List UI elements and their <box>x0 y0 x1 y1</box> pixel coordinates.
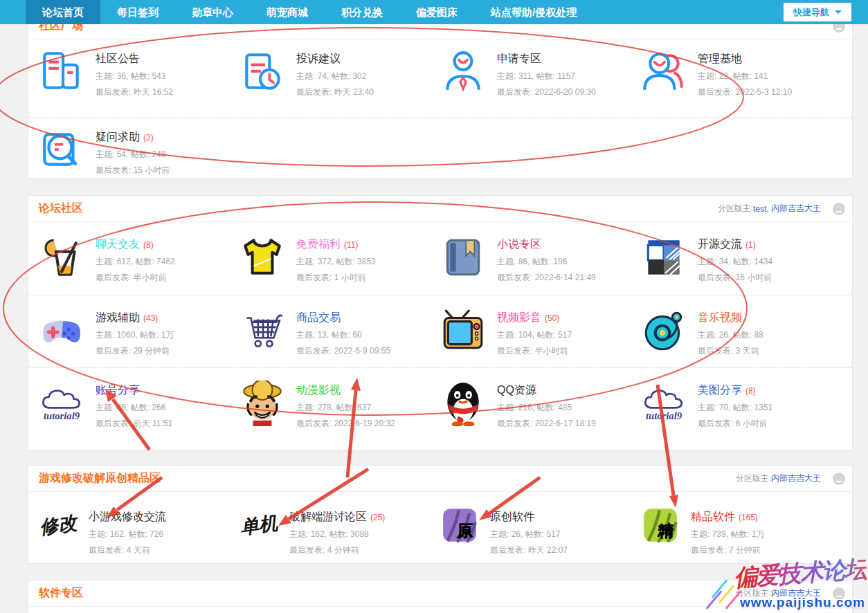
top-navbar: 论坛首页每日签到勋章中心萌宠商城积分兑换偏爱图床站点帮助/侵权处理 <box>0 0 868 24</box>
last-post-label: 最后发表 <box>96 273 129 282</box>
forum-info: 游戏辅助(43)主题: 1060, 帖数: 1万最后发表: 29 分钟前 <box>96 308 174 357</box>
qq-penguin-icon[interactable] <box>440 381 486 426</box>
topics-count: 311 <box>518 71 532 81</box>
gamepad-icon[interactable] <box>39 308 84 354</box>
posts-label: 帖数 <box>336 403 352 412</box>
search-doc-icon[interactable] <box>39 127 84 173</box>
forum-link[interactable]: 美图分享 <box>698 384 742 396</box>
forum-link[interactable]: 破解端游讨论区 <box>289 511 367 522</box>
posts-count: 3853 <box>357 257 376 266</box>
forum-info: 小游戏修改交流主题: 162, 帖数: 726最后发表: 4 天前 <box>89 507 166 556</box>
moderator-link[interactable]: 内部吉吉大王 <box>771 203 821 214</box>
forum-link[interactable]: 疑问求助 <box>96 131 140 143</box>
forum-link[interactable]: 申请专区 <box>497 53 541 64</box>
nav-item-4[interactable]: 积分兑换 <box>325 0 399 24</box>
forum-stats: 主题: 216, 帖数: 485 <box>497 402 596 414</box>
luffy-icon[interactable] <box>239 381 285 426</box>
badge-jing-icon[interactable]: 精 <box>641 507 680 543</box>
topics-label: 主题 <box>698 257 714 266</box>
forum-link[interactable]: 聊天交友 <box>96 238 140 250</box>
nav-item-6[interactable]: 站点帮助/侵权处理 <box>474 0 593 24</box>
forum-link[interactable]: 视频影音 <box>497 311 541 323</box>
last-post-label: 最后发表 <box>497 346 530 356</box>
posts-label: 帖数 <box>131 71 147 81</box>
nav-item-3[interactable]: 萌宠商城 <box>250 0 325 24</box>
posts-count: 517 <box>558 330 572 340</box>
topics-label: 主题 <box>296 71 313 81</box>
forum-cell: 商品交易主题: 13, 帖数: 60最后发表: 2022-6-9 09:55 <box>239 308 440 363</box>
forum-last-post: 最后发表: 半小时前 <box>96 272 175 284</box>
last-post-time: 2022-6-14 21:49 <box>535 273 596 282</box>
topics-count: 739 <box>712 529 726 539</box>
forum-link[interactable]: QQ资源 <box>497 384 536 396</box>
forum-cell: 社区公告主题: 36, 帖数: 543最后发表: 昨天 16:52 <box>39 49 239 113</box>
posts-label: 帖数 <box>131 149 147 159</box>
forum-link[interactable]: 账号分享 <box>96 384 140 396</box>
forum-new-count: (25) <box>370 513 385 522</box>
forum-cell: 疑问求助(2)主题: 54, 帖数: 248最后发表: 15 小时前 <box>39 127 239 190</box>
forum-info: 开源交流(1)主题: 34, 帖数: 1434最后发表: 16 小时前 <box>698 235 772 284</box>
posts-count: 726 <box>150 529 163 539</box>
topics-label: 主题 <box>296 330 313 340</box>
topics-label: 主题 <box>497 330 514 340</box>
moderator-link[interactable]: test <box>753 204 766 214</box>
topics-label: 主题 <box>490 529 507 539</box>
cart-icon[interactable] <box>239 308 285 354</box>
forum-info: 商品交易主题: 13, 帖数: 60最后发表: 2022-6-9 09:55 <box>296 308 390 357</box>
posts-count: 88 <box>754 330 763 340</box>
forum-stats: 主题: 26, 帖数: 517 <box>490 529 568 540</box>
nav-item-1[interactable]: 每日签到 <box>100 0 175 24</box>
tshirt-icon[interactable] <box>239 235 285 280</box>
person-tie-icon[interactable] <box>440 49 486 95</box>
topics-count: 22 <box>719 71 728 81</box>
collapse-section-button[interactable] <box>833 203 845 215</box>
forum-cell: 动漫影视主题: 278, 帖数: 637最后发表: 2022-6-19 20:3… <box>239 381 440 436</box>
last-post-time: 6 小时前 <box>736 419 768 428</box>
juice-drink-icon[interactable] <box>39 235 84 280</box>
forum-last-post: 最后发表: 2022-6-9 09:55 <box>296 345 390 357</box>
quick-nav-button[interactable]: 快捷导航 <box>784 3 851 21</box>
doc-clock-icon[interactable] <box>239 49 285 95</box>
cloud-tutorial9-icon[interactable]: tutorial9 <box>39 381 84 426</box>
topics-count: 162 <box>311 529 325 539</box>
forum-link[interactable]: 投诉建议 <box>296 53 341 64</box>
forum-info: 聊天交友(8)主题: 612, 帖数: 7462最后发表: 半小时前 <box>96 235 175 284</box>
forum-cell: 免费福利(11)主题: 372, 帖数: 3853最后发表: 1 小时前 <box>239 235 440 291</box>
sketch-blocks-icon[interactable] <box>641 235 687 280</box>
turntable-icon[interactable] <box>641 308 687 354</box>
forum-link[interactable]: 动漫影视 <box>296 384 341 396</box>
posts-label: 帖数 <box>140 330 156 340</box>
forum-link[interactable]: 精品软件 <box>691 511 735 522</box>
forum-link[interactable]: 免费福利 <box>296 238 341 250</box>
two-persons-icon[interactable] <box>641 49 687 95</box>
calligraphy-danji-icon[interactable]: 单机 <box>239 507 278 543</box>
nav-item-0[interactable]: 论坛首页 <box>26 0 100 24</box>
docs-icon[interactable] <box>39 49 84 95</box>
forum-link[interactable]: 开源交流 <box>698 238 742 250</box>
forum-link[interactable]: 音乐视频 <box>698 311 742 323</box>
forum-link[interactable]: 小说专区 <box>497 238 541 250</box>
book-icon[interactable] <box>440 235 486 280</box>
forum-new-count: (165) <box>739 513 758 522</box>
forum-info: 社区公告主题: 36, 帖数: 543最后发表: 昨天 16:52 <box>96 49 173 98</box>
last-post-time: 前天 11:51 <box>134 419 172 428</box>
cloud-tutorial9-icon[interactable]: tutorial9 <box>641 381 687 426</box>
last-post-label: 最后发表 <box>96 165 129 175</box>
forum-link[interactable]: 原创软件 <box>490 511 534 522</box>
collapse-section-button[interactable] <box>833 473 845 485</box>
last-post-time: 半小时前 <box>535 346 568 356</box>
forum-link[interactable]: 小游戏修改交流 <box>89 511 166 522</box>
nav-item-5[interactable]: 偏爱图床 <box>399 0 474 24</box>
last-post-label: 最后发表 <box>497 87 530 97</box>
forum-link[interactable]: 游戏辅助 <box>96 311 140 323</box>
badge-yuan-icon[interactable]: 原 <box>440 507 479 543</box>
moderator-link[interactable]: 内部吉吉大王 <box>771 473 821 484</box>
section-panel-0: 社区广场社区公告主题: 36, 帖数: 543最后发表: 昨天 16:52投诉建… <box>28 12 853 179</box>
forum-link[interactable]: 管理基地 <box>698 53 742 64</box>
forum-link[interactable]: 商品交易 <box>296 311 341 323</box>
calligraphy-xiugai-icon[interactable]: 修改 <box>39 507 78 543</box>
forum-cell: 小说专区主题: 86, 帖数: 196最后发表: 2022-6-14 21:49 <box>440 235 641 291</box>
forum-link[interactable]: 社区公告 <box>96 53 140 64</box>
nav-item-2[interactable]: 勋章中心 <box>175 0 250 24</box>
tv-icon[interactable] <box>440 308 486 354</box>
